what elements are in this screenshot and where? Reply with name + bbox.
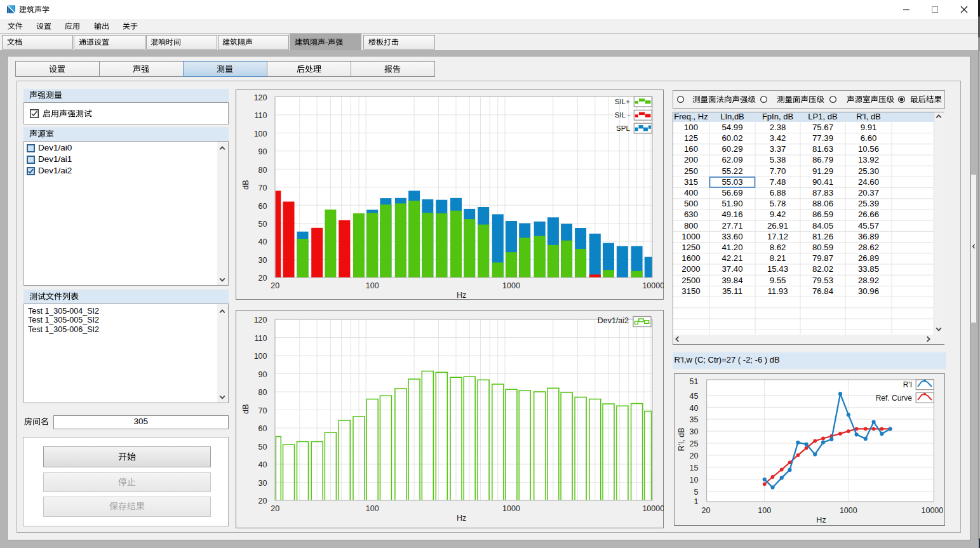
svg-text:70: 70: [258, 406, 267, 415]
svg-text:15: 15: [689, 464, 698, 472]
svg-text:60: 60: [258, 424, 267, 433]
svg-text:100: 100: [254, 352, 267, 361]
svg-text:SIL+: SIL+: [615, 97, 631, 105]
svg-text:30: 30: [258, 479, 267, 488]
svg-text:45: 45: [689, 392, 698, 401]
svg-text:20: 20: [271, 504, 279, 513]
svg-text:100: 100: [366, 504, 379, 513]
svg-text:51: 51: [689, 377, 698, 386]
svg-text:50: 50: [258, 443, 267, 451]
svg-text:5: 5: [694, 488, 698, 497]
svg-text:35: 35: [689, 415, 698, 424]
svg-text:40: 40: [258, 460, 267, 469]
svg-text:20: 20: [258, 497, 267, 505]
svg-text:Dev1/ai2: Dev1/ai2: [598, 316, 629, 325]
svg-text:20: 20: [258, 274, 267, 283]
svg-text:Hz: Hz: [457, 514, 466, 523]
svg-text:90: 90: [258, 147, 267, 156]
svg-text:110: 110: [255, 111, 267, 120]
svg-text:10000: 10000: [921, 506, 943, 515]
svg-text:100: 100: [758, 506, 771, 515]
svg-text:1000: 1000: [502, 504, 520, 513]
svg-text:20: 20: [689, 451, 698, 460]
svg-text:50: 50: [258, 220, 267, 229]
svg-text:1: 1: [694, 497, 698, 506]
svg-text:R'I, dB: R'I, dB: [677, 427, 686, 451]
svg-text:dB: dB: [241, 180, 250, 189]
svg-text:1000: 1000: [502, 281, 520, 290]
svg-text:120: 120: [254, 316, 267, 324]
svg-text:110: 110: [255, 334, 267, 343]
svg-text:25: 25: [689, 439, 698, 448]
svg-text:100: 100: [254, 130, 267, 138]
svg-text:Ref. Curve: Ref. Curve: [875, 394, 912, 403]
svg-text:10: 10: [689, 476, 698, 485]
svg-text:120: 120: [254, 93, 267, 102]
svg-text:20: 20: [271, 281, 279, 290]
svg-text:20: 20: [701, 506, 710, 515]
svg-text:Hz: Hz: [816, 516, 826, 525]
svg-text:100: 100: [366, 281, 379, 290]
svg-text:1000: 1000: [839, 506, 857, 515]
svg-text:60: 60: [258, 202, 267, 211]
svg-text:dB: dB: [241, 404, 250, 413]
svg-text:90: 90: [258, 370, 267, 379]
svg-text:30: 30: [258, 256, 267, 265]
svg-text:70: 70: [258, 184, 267, 192]
svg-text:40: 40: [689, 404, 698, 413]
svg-text:10000: 10000: [642, 504, 664, 513]
svg-text:R'I: R'I: [903, 380, 911, 389]
svg-text:80: 80: [258, 166, 267, 175]
svg-text:30: 30: [689, 427, 698, 436]
svg-text:80: 80: [258, 388, 267, 397]
svg-text:Hz: Hz: [457, 291, 466, 300]
svg-text:40: 40: [258, 237, 267, 246]
